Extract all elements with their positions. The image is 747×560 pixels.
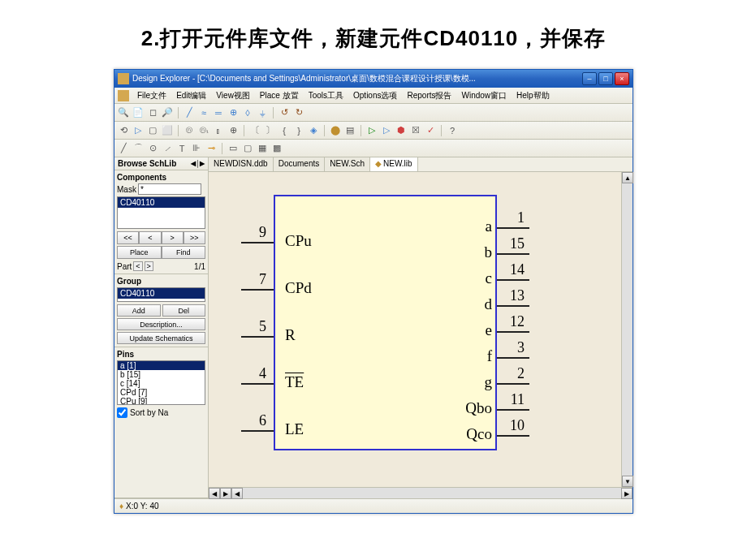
pin-wire[interactable] [241,383,274,385]
draw-image-icon[interactable]: ▩ [271,143,283,154]
component-list[interactable]: CD40110 [117,196,205,229]
bus-icon[interactable]: ═ [213,107,224,118]
pin-wire[interactable] [497,409,529,411]
play2-icon[interactable]: ▷ [381,125,392,136]
scroll-left-button[interactable]: ◀ [231,488,243,499]
mask-input[interactable] [138,183,201,195]
pin-wire[interactable] [497,227,529,229]
nav-next-button[interactable]: > [162,231,184,244]
text-icon[interactable]: ⫾ [213,125,224,136]
pin-wire[interactable] [497,253,529,255]
menu-file[interactable]: File文件 [132,88,171,103]
draw-line-icon[interactable]: ╱ [118,143,129,154]
part-icon[interactable]: ⬤ [330,125,341,136]
add-button[interactable]: Add [117,304,161,317]
minimize-button[interactable]: – [582,72,597,85]
component-item-selected[interactable]: CD40110 [118,197,205,208]
power-icon[interactable]: ⏚ [257,107,268,118]
description-button[interactable]: Description... [117,318,205,330]
stop-icon[interactable]: ⬢ [395,125,407,136]
net-icon[interactable]: ≈ [198,107,209,118]
pin-wire[interactable] [497,435,529,437]
pin-wire[interactable] [241,289,274,291]
rect-icon[interactable]: 〔 [249,125,261,136]
doc-tab[interactable]: NEWDISN.ddb [209,157,274,171]
menu-help[interactable]: Help帮助 [512,88,555,103]
scroll-tab-left[interactable]: ◀ [209,488,220,499]
play-icon[interactable]: ▷ [132,125,144,136]
update-schematics-button[interactable]: Update Schematics [117,332,205,344]
draw-grid-icon[interactable]: ▦ [257,143,268,154]
place-button[interactable]: Place [117,246,162,259]
draw-string-icon[interactable]: ⊪ [191,143,202,154]
group-item-selected[interactable]: CD40110 [118,288,205,299]
nav-last-button[interactable]: >> [184,231,205,244]
menu-view[interactable]: View视图 [211,88,255,103]
browse-tab[interactable]: Browse SchLib ◀│▶ [114,157,208,170]
horizontal-scrollbar[interactable]: ◀ ▶ ◀ ▶ [209,487,633,498]
junction-icon[interactable]: ⊕ [227,107,239,118]
schematic-canvas[interactable]: 9 CPu 7 CPd 5 R 4 TE 6 LE 1 a 15 b 14 c … [209,172,633,487]
brace-open-icon[interactable]: { [279,125,290,136]
doc-tab[interactable]: NEW.Sch [325,157,370,171]
scroll-tab-right[interactable]: ▶ [220,488,231,499]
vertical-scrollbar[interactable]: ▲ ▼ [621,172,633,487]
line-icon[interactable]: ╱ [184,107,195,118]
menu-options[interactable]: Options选项 [348,88,402,103]
sheet-icon[interactable]: ▢ [147,125,158,136]
menu-edit[interactable]: Edit编辑 [171,88,211,103]
del-button[interactable]: Del [162,304,206,317]
draw-pin-icon[interactable]: ⊸ [205,143,217,154]
draw-curve-icon[interactable]: ⌒ [132,143,144,154]
pin-item[interactable]: c [14] [118,379,205,388]
nav-prev-button[interactable]: < [139,231,161,244]
pin-item[interactable]: CPu [9] [118,397,205,405]
undo-icon[interactable]: ↻ [293,107,304,118]
scroll-right-button[interactable]: ▶ [621,488,633,499]
pin-wire[interactable] [497,357,529,359]
draw-polyline-icon[interactable]: ⟋ [162,143,173,154]
pin-item[interactable]: CPd [7] [118,388,205,397]
sort-checkbox[interactable] [117,407,127,418]
find-button[interactable]: Find [162,246,206,259]
scroll-up-button[interactable]: ▲ [622,172,633,183]
draw-arc-icon[interactable]: ⊙ [147,143,158,154]
document-icon[interactable]: 📄 [132,107,144,118]
pin-wire[interactable] [241,430,274,432]
pin-item[interactable]: b [15] [118,370,205,379]
doc-tab[interactable]: Documents [274,157,326,171]
pin-item[interactable]: a [1] [118,361,205,370]
redo-icon[interactable]: ↺ [279,107,290,118]
pin-wire[interactable] [241,336,274,338]
nav-first-button[interactable]: << [117,231,139,244]
pin-wire[interactable] [497,383,529,385]
port-icon[interactable]: ◊ [242,107,253,118]
cross-icon[interactable]: ☒ [410,125,421,136]
hier-icon[interactable]: ⊕ [227,125,239,136]
zoom-out-icon[interactable]: 🔎 [162,107,173,118]
maximize-button[interactable]: □ [598,72,613,85]
group-list[interactable]: CD40110 [117,287,205,302]
frame-icon[interactable]: ⬜ [162,125,173,136]
brace-close-icon[interactable]: } [293,125,304,136]
tab-arrows-icon[interactable]: ◀│▶ [191,160,205,167]
check-icon[interactable]: ✓ [425,125,436,136]
del-icon[interactable]: ⓝ [184,125,195,136]
close-button[interactable]: × [615,72,629,85]
menu-place[interactable]: Place 放置 [255,88,304,103]
table-icon[interactable]: ▤ [344,125,356,136]
scroll-down-button[interactable]: ▼ [622,476,633,487]
part-prev-button[interactable]: < [133,261,142,271]
label-icon[interactable]: ⓝ₁ [198,125,209,136]
draw-roundrect-icon[interactable]: ▢ [242,143,253,154]
menu-reports[interactable]: Reports报告 [402,88,456,103]
menu-tools[interactable]: Tools工具 [304,88,348,103]
arc-icon[interactable]: ⟲ [118,125,129,136]
pin-wire[interactable] [497,331,529,333]
marker-icon[interactable]: ▷ [366,125,378,136]
pin-wire[interactable] [241,242,274,243]
doc-tab-active[interactable]: ◆NEW.lib [370,157,418,171]
diamond-icon[interactable]: ◈ [308,125,319,136]
draw-rect-icon[interactable]: ▭ [227,143,239,154]
pins-list[interactable]: a [1] b [15] c [14] CPd [7] CPu [9] [117,360,205,405]
